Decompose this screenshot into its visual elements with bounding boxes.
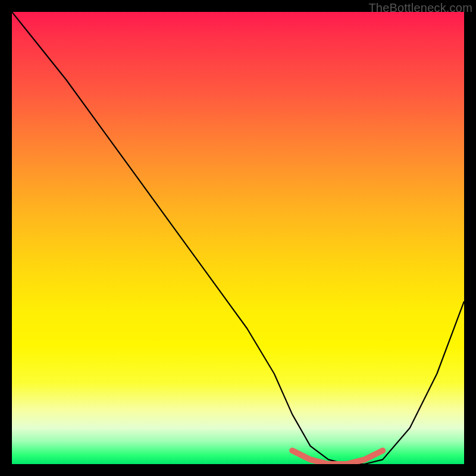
series-highlight-band: [292, 450, 383, 464]
series-curve: [12, 12, 464, 464]
chart-svg: [12, 12, 464, 464]
chart-plot-area: [12, 12, 464, 464]
watermark-text: TheBottleneck.com: [368, 1, 472, 15]
